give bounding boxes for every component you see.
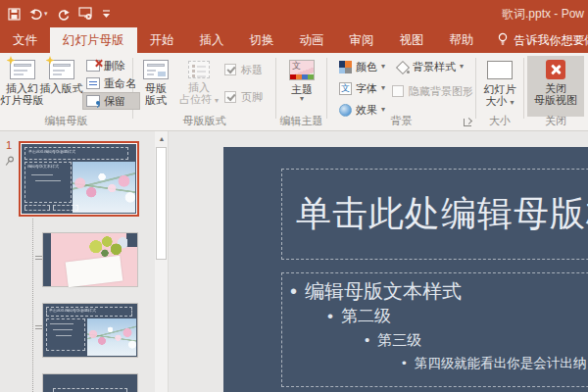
title-checkbox: 标题	[224, 62, 263, 77]
themes-icon: 文	[289, 60, 315, 80]
dropdown-caret-icon: ▾	[381, 63, 385, 71]
themes-button[interactable]: 文 主题 ▾	[282, 56, 321, 103]
titlebar: ▾ 歌词.pptx - Pow	[0, 0, 588, 27]
fonts-button[interactable]: 文 字体 ▾	[335, 79, 389, 97]
tab-insert[interactable]: 插入	[187, 27, 237, 53]
tab-view[interactable]: 视图	[387, 27, 437, 53]
ribbon: 插入幻 灯片母版 插入版式 删除 重命名 保留	[0, 53, 588, 131]
layout-marker-icon	[35, 256, 42, 260]
slide-canvas: 单击此处编辑母版标题样式 •编辑母版文本样式 •第二级 •第三级 •第四级就能看…	[169, 131, 588, 392]
insert-slide-master-icon	[10, 60, 35, 79]
workspace: 1 单击此处编辑母版标题样式 编辑母版文本样式	[0, 131, 588, 392]
master-layout-checkboxes: 标题 页脚	[224, 62, 263, 105]
group-label-master-layout: 母版版式	[133, 114, 275, 128]
preserve-button[interactable]: 保留	[82, 92, 140, 110]
thumb-flower-art	[82, 235, 127, 261]
tab-home[interactable]: 开始	[137, 27, 187, 53]
footer-checkbox-box	[224, 91, 236, 103]
insert-layout-button[interactable]: 插入版式	[43, 56, 79, 94]
tab-help[interactable]: 帮助	[437, 27, 487, 53]
colors-button[interactable]: 颜色 ▾	[335, 58, 389, 75]
group-label-background: 背景	[327, 114, 475, 128]
close-master-view-icon	[546, 60, 565, 79]
group-edit-theme: 文 主题 ▾ 编辑主题	[276, 53, 326, 130]
insert-placeholder-icon	[188, 61, 210, 78]
hide-background-graphics-checkbox: 隐藏背景图形	[392, 83, 473, 99]
background-styles-button[interactable]: 背景样式 ▾	[392, 58, 473, 75]
thumb-title-placeholder: 单击此处编辑母版标题样式	[46, 307, 132, 317]
tell-me-label: 告诉我你想要做什么	[514, 32, 588, 49]
body-placeholder[interactable]: •编辑母版文本样式 •第二级 •第三级 •第四级就能看出你是会计出纳	[281, 272, 588, 387]
thumbnail-scrollbar[interactable]: ▲	[155, 131, 169, 392]
title-placeholder-text: 单击此处编辑母版标题样式	[282, 190, 588, 238]
dropdown-caret-icon: ▾	[381, 84, 385, 92]
fonts-icon: 文	[339, 82, 352, 95]
tab-review[interactable]: 审阅	[337, 27, 387, 53]
thumb-flower-photo	[87, 318, 136, 356]
dropdown-caret-icon: ▾	[381, 106, 385, 114]
dropdown-caret-icon: ▾	[511, 98, 514, 107]
insert-slide-master-button[interactable]: 插入幻 灯片母版	[3, 56, 41, 106]
bullet-level-4: •第四级就能看出你是会计出纳	[282, 352, 588, 374]
group-label-size: 大小	[476, 114, 523, 128]
tab-transitions[interactable]: 切换	[237, 27, 287, 53]
customize-qat-icon[interactable]	[102, 4, 111, 24]
thumb-body-placeholder: 编辑母版文本样式	[24, 162, 72, 203]
scrollbar-thumb[interactable]	[156, 147, 167, 260]
tab-animations[interactable]: 动画	[287, 27, 337, 53]
group-label-close: 关闭	[524, 114, 587, 128]
layout-marker-icon	[35, 325, 42, 329]
scroll-up-icon[interactable]: ▲	[155, 131, 169, 146]
redo-icon[interactable]	[57, 4, 70, 24]
title-checkbox-box	[224, 64, 236, 75]
master-layout-button[interactable]: 母版 版式	[137, 56, 174, 106]
title-placeholder[interactable]: 单击此处编辑母版标题样式	[281, 169, 588, 260]
undo-dropdown-icon[interactable]: ▾	[44, 10, 48, 18]
thumbnail-layout-pink[interactable]	[42, 232, 138, 287]
layout-hierarchy-line	[32, 219, 33, 392]
bullet-level-1: •编辑母版文本样式	[282, 278, 588, 304]
tell-me-box[interactable]: 告诉我你想要做什么	[489, 27, 588, 53]
start-slideshow-icon[interactable]	[78, 4, 93, 24]
slide-master-surface[interactable]: 单击此处编辑母版标题样式 •编辑母版文本样式 •第二级 •第三级 •第四级就能看…	[223, 147, 588, 392]
quick-access-toolbar: ▾	[0, 4, 111, 24]
save-icon[interactable]	[8, 4, 21, 24]
group-label-edit-theme: 编辑主题	[276, 114, 326, 128]
undo-icon[interactable]: ▾	[29, 4, 48, 24]
close-master-view-button[interactable]: 关闭 母版视图	[527, 56, 584, 117]
group-master-layout: 母版 版式 插入 占位符 ▾ 标题 页脚 母版版式	[133, 53, 275, 130]
thumb-footer-placeholder	[53, 205, 78, 211]
thumb-footer-placeholder	[24, 205, 50, 211]
slide-number: 1	[6, 139, 12, 151]
thumbnail-slide-master[interactable]: 单击此处编辑母版标题样式 编辑母版文本样式	[19, 141, 139, 217]
powerpoint-window: ▾ 歌词.pptx - Pow 文件 幻灯片母版 开始 插入 切换 动画 审阅 …	[0, 0, 588, 392]
thumb-flower-photo	[73, 162, 135, 213]
bullet-level-3: •第三级	[282, 328, 588, 352]
background-dialog-launcher-icon[interactable]	[464, 119, 471, 126]
delete-button[interactable]: 删除	[82, 57, 140, 74]
dropdown-caret-icon: ▾	[460, 63, 464, 71]
rename-button[interactable]: 重命名	[82, 74, 140, 92]
delete-icon	[86, 60, 100, 72]
colors-icon	[339, 61, 352, 74]
tab-file[interactable]: 文件	[0, 27, 50, 53]
thumb-body-placeholder	[46, 318, 85, 351]
tab-slide-master[interactable]: 幻灯片母版	[50, 27, 137, 53]
group-background: 颜色 ▾ 文 字体 ▾ 效果 ▾ 背景样式 ▾	[327, 53, 475, 130]
dropdown-caret-icon: ▾	[300, 95, 304, 103]
insert-placeholder-button: 插入 占位符 ▾	[178, 56, 220, 105]
rename-icon	[86, 77, 100, 89]
thumbnail-layout-navy[interactable]: 单击此处编辑母版标题样式	[42, 303, 138, 358]
ribbon-tab-row: 文件 幻灯片母版 开始 插入 切换 动画 审阅 视图 帮助 告诉我你想要做什么	[0, 27, 588, 53]
edit-master-small-buttons: 删除 重命名 保留	[82, 57, 140, 110]
preserve-icon	[86, 95, 100, 107]
bullet-level-2: •第二级	[282, 304, 588, 328]
footer-checkbox: 页脚	[224, 89, 263, 105]
thumbnail-layout-partial[interactable]	[42, 373, 138, 392]
lightbulb-icon	[497, 32, 509, 49]
slide-size-button[interactable]: 幻灯片 大小 ▾	[480, 56, 519, 107]
hide-background-graphics-box	[392, 85, 404, 97]
background-styles-icon	[396, 61, 409, 74]
thumb-title-placeholder: 单击此处编辑母版标题样式	[24, 147, 128, 160]
window-title: 歌词.pptx - Pow	[502, 0, 584, 27]
